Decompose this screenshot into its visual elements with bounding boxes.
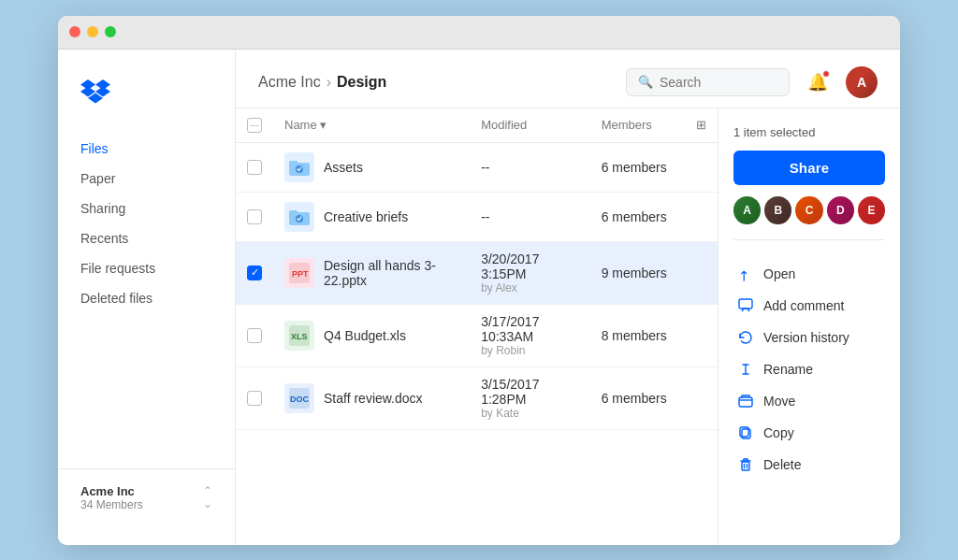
row-modified-cell: 3/15/2017 1:28PM by Kate: [470, 366, 589, 429]
breadcrumb-separator: ›: [327, 74, 331, 91]
action-label-open: Open: [763, 266, 795, 281]
sidebar-item-deleted-files[interactable]: Deleted files: [58, 283, 235, 313]
action-label-move: Move: [763, 394, 795, 409]
row-modified-cell: --: [470, 192, 589, 241]
svg-rect-21: [742, 462, 749, 470]
folder-icon: [284, 202, 314, 232]
right-panel: 1 item selected Share A B C D E ↗ Open: [718, 108, 900, 545]
row-checkbox-design-allhands[interactable]: [247, 266, 262, 280]
row-members-cell: 6 members: [590, 142, 685, 192]
action-label-rename: Rename: [763, 362, 813, 377]
th-grid-icon[interactable]: ⊞: [685, 108, 718, 143]
sidebar: Files Paper Sharing Recents File request…: [58, 50, 236, 545]
sidebar-footer[interactable]: Acme Inc 34 Members ⌃⌄: [58, 468, 235, 526]
svg-rect-17: [739, 299, 752, 309]
svg-text:DOC: DOC: [290, 395, 310, 404]
svg-rect-18: [739, 397, 752, 407]
topbar: Acme Inc › Design 🔍 🔔 A: [236, 50, 900, 108]
row-modified-cell: 3/20/2017 3:15PM by Alex: [470, 241, 589, 304]
panel-divider: [733, 239, 885, 240]
search-box[interactable]: 🔍: [626, 68, 790, 96]
table-row: PPT Design all hands 3-22.pptx 3/20/2017…: [236, 241, 718, 304]
select-all-checkbox[interactable]: [247, 118, 262, 133]
row-extra-cell: [685, 142, 718, 192]
chevron-down-icon: ⌃⌄: [203, 484, 212, 510]
org-name: Acme Inc: [80, 484, 143, 498]
row-checkbox-staff-review[interactable]: [247, 391, 262, 406]
table-row: XLS Q4 Budget.xls 3/17/2017 10:33AM by R…: [236, 304, 718, 366]
action-label-delete: Delete: [763, 457, 801, 472]
row-members-cell: 9 members: [590, 241, 685, 304]
row-members-cell: 8 members: [590, 304, 685, 366]
docx-icon: DOC: [284, 383, 314, 413]
search-input[interactable]: [660, 75, 777, 90]
action-delete[interactable]: Delete: [733, 450, 885, 480]
minimize-dot[interactable]: [87, 26, 98, 37]
sidebar-item-paper[interactable]: Paper: [58, 164, 235, 194]
delete-icon: [737, 456, 754, 473]
svg-text:XLS: XLS: [291, 332, 308, 341]
th-modified: Modified: [470, 108, 589, 143]
table-header-row: Name ▾ Modified Members ⊞: [236, 108, 718, 143]
action-label-copy: Copy: [763, 425, 794, 440]
file-name: Assets: [324, 160, 363, 175]
copy-icon: [737, 424, 754, 441]
svg-rect-9: [289, 210, 298, 214]
table-row: Creative briefs -- 6 members: [236, 192, 718, 241]
sidebar-item-recents[interactable]: Recents: [58, 223, 235, 253]
action-rename[interactable]: Rename: [733, 354, 885, 384]
breadcrumb: Acme Inc › Design: [258, 74, 386, 91]
member-avatar-1[interactable]: A: [733, 196, 761, 224]
content-area: Name ▾ Modified Members ⊞: [236, 108, 900, 545]
main-content: Acme Inc › Design 🔍 🔔 A: [236, 50, 900, 545]
action-move[interactable]: Move: [733, 386, 885, 416]
file-name: Staff review.docx: [324, 391, 423, 406]
sidebar-item-files[interactable]: Files: [58, 134, 235, 164]
topbar-actions: 🔍 🔔 A: [626, 66, 878, 98]
row-name-cell: PPT Design all hands 3-22.pptx: [273, 241, 470, 304]
row-checkbox-q4-budget[interactable]: [247, 328, 262, 343]
row-name-cell: Assets: [273, 142, 470, 192]
row-checkbox-assets[interactable]: [247, 160, 262, 175]
version-history-icon: [737, 329, 754, 346]
notification-dot: [822, 70, 830, 78]
breadcrumb-parent[interactable]: Acme Inc: [258, 74, 321, 91]
action-version-history[interactable]: Version history: [733, 323, 885, 352]
action-add-comment[interactable]: Add comment: [733, 291, 885, 321]
th-members: Members: [590, 108, 685, 143]
action-open[interactable]: ↗ Open: [733, 259, 885, 289]
open-icon: ↗: [733, 262, 757, 285]
member-count: 34 Members: [80, 498, 143, 511]
file-name: Creative briefs: [324, 209, 408, 224]
sidebar-item-sharing[interactable]: Sharing: [58, 194, 235, 223]
file-table: Name ▾ Modified Members ⊞: [236, 108, 718, 430]
file-list-area: Name ▾ Modified Members ⊞: [236, 108, 718, 545]
sidebar-item-file-requests[interactable]: File requests: [58, 253, 235, 283]
member-avatar-2[interactable]: B: [764, 196, 791, 224]
pptx-icon: PPT: [284, 258, 314, 288]
member-avatar-3[interactable]: C: [795, 196, 822, 224]
table-row: Assets -- 6 members: [236, 142, 718, 192]
avatar[interactable]: A: [846, 66, 878, 98]
move-icon: [737, 393, 754, 409]
notifications-button[interactable]: 🔔: [803, 67, 833, 97]
xlsx-icon: XLS: [284, 321, 314, 351]
sidebar-navigation: Files Paper Sharing Recents File request…: [58, 134, 235, 468]
member-avatar-5[interactable]: E: [858, 196, 885, 224]
folder-icon: [284, 152, 314, 182]
action-label-version-history: Version history: [763, 330, 849, 345]
row-modified-cell: --: [470, 142, 589, 192]
fullscreen-dot[interactable]: [105, 26, 116, 37]
close-dot[interactable]: [69, 26, 80, 37]
action-menu: ↗ Open Add comment: [733, 259, 885, 480]
action-copy[interactable]: Copy: [733, 418, 885, 448]
row-checkbox-cell: [236, 142, 273, 192]
member-avatar-4[interactable]: D: [827, 196, 854, 224]
file-name: Design all hands 3-22.pptx: [324, 258, 458, 288]
th-name[interactable]: Name ▾: [273, 108, 470, 143]
row-checkbox-creative-briefs[interactable]: [247, 209, 262, 224]
app-body: Files Paper Sharing Recents File request…: [58, 50, 900, 545]
sidebar-footer-info: Acme Inc 34 Members: [80, 484, 143, 511]
share-button[interactable]: Share: [733, 151, 885, 185]
file-name: Q4 Budget.xls: [324, 328, 406, 343]
